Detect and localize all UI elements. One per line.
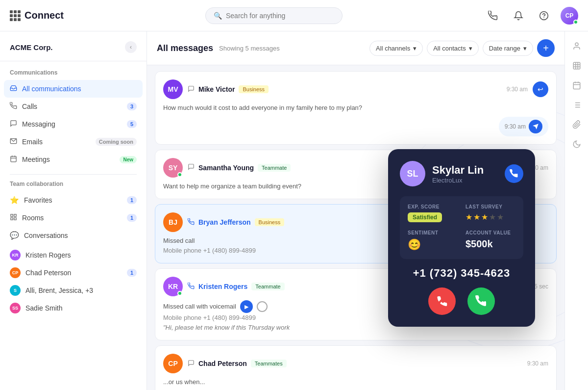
app-title: Connect <box>24 10 64 21</box>
help-button[interactable] <box>535 7 553 25</box>
sidebar-item-emails[interactable]: Emails Coming soon <box>0 133 147 151</box>
inbox-icon <box>10 84 17 93</box>
sidebar-item-favorites[interactable]: ⭐ Favorites 1 <box>0 191 147 209</box>
star-2: ★ <box>473 212 480 222</box>
mike-victor-name: Mike Victor <box>198 85 235 93</box>
messages-area: All messages Showing 5 messages All chan… <box>147 31 564 390</box>
search-input[interactable] <box>226 12 334 20</box>
voicemail-record-indicator <box>257 301 268 312</box>
chad-peterson-time: 9:30 am <box>527 360 548 367</box>
svg-rect-6 <box>11 214 13 216</box>
kristen-rogers-name: Kristen Rogers <box>198 283 247 290</box>
favorites-icon: ⭐ <box>10 196 19 205</box>
conversation-item-chad[interactable]: CP Chad Peterson 1 <box>10 264 137 282</box>
rail-clip-icon[interactable] <box>568 116 586 133</box>
mike-victor-reply-button[interactable]: ↩ <box>533 81 548 97</box>
star-4: ★ <box>489 212 496 222</box>
sadie-avatar: SS <box>10 303 21 313</box>
filter-all-channels[interactable]: All channels ▾ <box>369 41 423 56</box>
sentiment-label: SENTIMENT <box>408 230 458 235</box>
conversation-item-sadie[interactable]: SS Sadie Smith <box>10 299 137 317</box>
message-card-chad-peterson[interactable]: CP Chad Peterson Teammates 9:30 am ...or… <box>155 345 557 390</box>
sadie-name: Sadie Smith <box>25 304 137 312</box>
message-card-mike-victor[interactable]: MV Mike Victor Business 9:30 am ↩ How mu… <box>155 71 557 145</box>
favorites-badge: 1 <box>127 196 137 204</box>
calls-icon <box>10 102 17 111</box>
reply-time-badge: 9:30 am <box>505 123 526 130</box>
kristen-name: Kristen Rogers <box>25 251 137 259</box>
call-card: SL Skylar Lin ElectroLux EXP. SCORE <box>388 149 535 327</box>
call-card-header: SL Skylar Lin ElectroLux <box>400 161 523 186</box>
account-value: $500k <box>466 238 515 250</box>
rail-building-icon[interactable] <box>568 57 586 75</box>
add-message-button[interactable]: + <box>537 39 555 57</box>
chad-badge: 1 <box>127 269 137 277</box>
message-channel-icon-5 <box>188 360 195 368</box>
message-channel-icon-4 <box>188 283 195 291</box>
notifications-button[interactable] <box>510 7 527 25</box>
samantha-young-name: Samantha Young <box>198 164 254 172</box>
voicemail-play-button[interactable]: ▶ <box>240 300 253 313</box>
accept-call-button[interactable] <box>467 287 495 315</box>
conversation-item-group[interactable]: S Alli, Brent, Jessica, +3 <box>10 282 137 299</box>
star-5: ★ <box>497 212 504 222</box>
avatar-initials: CP <box>565 12 574 19</box>
meetings-icon <box>10 155 17 164</box>
all-channels-label: All channels <box>376 45 410 52</box>
emails-badge: Coming soon <box>96 138 137 146</box>
emails-label: Emails <box>22 138 91 146</box>
icon-rail <box>564 31 588 390</box>
chad-peterson-body: ...or us when... <box>163 377 548 387</box>
phone-button[interactable] <box>484 7 502 25</box>
star-3: ★ <box>481 212 488 222</box>
samantha-young-avatar: SY <box>163 158 183 178</box>
svg-rect-12 <box>573 82 580 89</box>
rail-moon-icon[interactable] <box>568 135 586 153</box>
exp-score-label: EXP. SCORE <box>408 204 458 209</box>
kristen-online-badge <box>177 291 182 296</box>
chevron-down-icon-3: ▾ <box>523 45 527 52</box>
sidebar-org: ACME Corp. ‹ <box>0 41 147 61</box>
svg-rect-8 <box>11 218 13 220</box>
svg-rect-9 <box>14 218 16 220</box>
bryan-jefferson-name: Bryan Jefferson <box>198 218 251 226</box>
messaging-badge: 5 <box>127 120 137 128</box>
sidebar-item-conversations[interactable]: 💬 Conversations <box>0 227 147 244</box>
svg-rect-2 <box>11 156 16 162</box>
svg-rect-7 <box>14 214 16 216</box>
filter-all-contacts[interactable]: All contacts ▾ <box>427 41 478 56</box>
rail-calendar-icon[interactable] <box>568 77 586 94</box>
messaging-icon <box>10 120 17 129</box>
all-contacts-label: All contacts <box>433 45 466 52</box>
chad-avatar: CP <box>10 267 21 278</box>
date-range-label: Date range <box>489 45 520 52</box>
chad-name: Chad Peterson <box>25 269 122 277</box>
skylar-lin-company: ElectroLux <box>432 177 484 184</box>
plus-icon: + <box>543 43 549 54</box>
org-name: ACME Corp. <box>10 43 53 52</box>
user-avatar[interactable]: CP <box>561 7 578 25</box>
sidebar-item-rooms[interactable]: Rooms 1 <box>0 209 147 227</box>
conversation-item-kristen[interactable]: KR Kristen Rogers <box>10 246 137 264</box>
sidebar-item-messaging[interactable]: Messaging 5 <box>0 115 147 133</box>
collapse-sidebar-button[interactable]: ‹ <box>125 41 137 53</box>
rail-list-icon[interactable] <box>568 96 586 114</box>
message-channel-icon-1 <box>188 85 195 94</box>
messaging-label: Messaging <box>22 120 122 128</box>
rail-person-icon[interactable] <box>568 37 586 55</box>
decline-call-button[interactable] <box>428 287 456 315</box>
all-communications-label: All communications <box>22 85 137 93</box>
emails-icon <box>10 137 17 146</box>
kristen-rogers-tag: Teammate <box>251 283 284 290</box>
message-channel-icon-3 <box>188 218 195 227</box>
filter-date-range[interactable]: Date range ▾ <box>483 41 533 56</box>
sidebar-item-all-communications[interactable]: All communications <box>4 80 143 98</box>
messages-filters: All channels ▾ All contacts ▾ Date range… <box>369 39 555 57</box>
sidebar-item-meetings[interactable]: Meetings New <box>0 151 147 168</box>
sidebar: ACME Corp. ‹ Communications All communic… <box>0 31 147 390</box>
calls-badge: 3 <box>127 103 137 110</box>
sidebar-item-calls[interactable]: Calls 3 <box>0 98 147 115</box>
call-card-phone-icon[interactable] <box>505 164 523 183</box>
grid-icon <box>10 10 21 21</box>
search-box[interactable]: 🔍 <box>205 7 343 24</box>
